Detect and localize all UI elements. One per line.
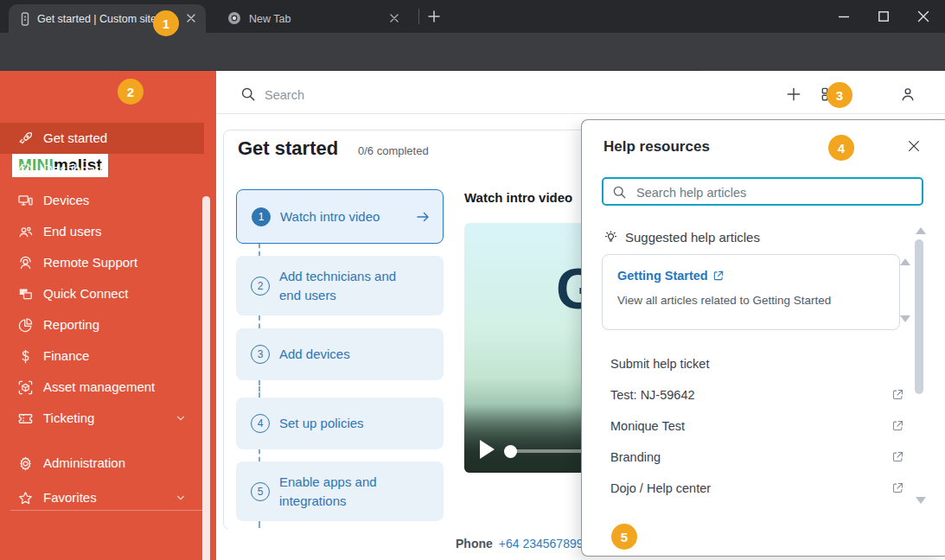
sidebar-item-devices[interactable]: Devices bbox=[0, 185, 204, 216]
sidebar-item-label: Dashboard bbox=[43, 162, 106, 176]
gear-icon bbox=[16, 455, 34, 472]
sidebar-item-finance[interactable]: Finance bbox=[0, 340, 204, 372]
help-link-test-ticket[interactable]: Test: NJ-59642 bbox=[610, 388, 904, 407]
phone-label: Phone bbox=[456, 537, 493, 550]
article-description: View all articles related to Getting Sta… bbox=[617, 294, 831, 307]
step-label: Set up policies bbox=[279, 414, 414, 433]
phone-link[interactable]: +64 234567899 bbox=[499, 537, 584, 550]
user-profile-icon[interactable] bbox=[899, 86, 916, 103]
sidebar-item-quick-connect[interactable]: Quick Connect bbox=[0, 278, 204, 309]
suggested-articles-heading: Suggested help articles bbox=[603, 229, 760, 245]
browser-tab-strip: Get started | Custom site New Tab bbox=[0, 0, 945, 33]
step-number: 3 bbox=[251, 345, 270, 364]
help-link-label: Submit help ticket bbox=[610, 357, 709, 371]
sidebar-item-favorites[interactable]: Favorites bbox=[0, 482, 204, 513]
sidebar-item-ticketing[interactable]: Ticketing bbox=[0, 403, 204, 434]
sidebar-item-label: Administration bbox=[43, 455, 125, 470]
page-title: Get started bbox=[238, 137, 338, 160]
step-connector bbox=[259, 449, 260, 461]
play-icon[interactable] bbox=[480, 440, 495, 459]
annotation-badge-5: 5 bbox=[611, 524, 637, 550]
video-heading: Watch intro video bbox=[464, 190, 572, 205]
windows-icon bbox=[16, 285, 34, 302]
help-link-monique-test[interactable]: Monique Test bbox=[610, 419, 904, 438]
sidebar-item-label: Quick Connect bbox=[43, 286, 128, 301]
submit-help-ticket-link[interactable]: Submit help ticket bbox=[610, 357, 904, 376]
step-number: 5 bbox=[251, 482, 270, 501]
help-link-label: Dojo / Help center bbox=[610, 481, 711, 495]
step-add-devices[interactable]: 3 Add devices bbox=[236, 328, 444, 380]
sidebar-item-get-started[interactable]: Get started bbox=[0, 123, 204, 154]
sidebar-item-administration[interactable]: Administration bbox=[0, 448, 204, 479]
sidebar-item-end-users[interactable]: End users bbox=[0, 216, 204, 247]
panel-scrollbar-thumb[interactable] bbox=[915, 239, 923, 394]
step-watch-intro-video[interactable]: 1 Watch intro video bbox=[236, 189, 444, 244]
suggested-articles-label: Suggested help articles bbox=[625, 230, 760, 245]
help-link-label: Monique Test bbox=[610, 419, 685, 433]
sidebar-item-remote-support[interactable]: Remote Support bbox=[0, 247, 204, 278]
devices-icon bbox=[16, 192, 34, 209]
step-set-up-policies[interactable]: 4 Set up policies bbox=[236, 398, 444, 449]
panel-scroll-up-icon[interactable] bbox=[916, 227, 926, 234]
help-link-branding[interactable]: Branding bbox=[610, 450, 904, 469]
panel-scroll-down-icon[interactable] bbox=[916, 497, 926, 504]
chromium-icon bbox=[227, 11, 241, 25]
external-link-icon bbox=[712, 270, 725, 282]
external-link-icon bbox=[891, 419, 904, 432]
sidebar-item-label: Devices bbox=[43, 193, 89, 207]
external-link-icon bbox=[891, 388, 904, 401]
help-panel-title: Help resources bbox=[603, 138, 710, 156]
users-icon bbox=[16, 223, 34, 240]
browser-toolbar: examplee1.branding-qa6.rmmservice.ninja/… bbox=[0, 33, 945, 71]
global-search-input[interactable] bbox=[263, 83, 595, 107]
gauge-icon bbox=[16, 161, 34, 178]
minimize-button[interactable] bbox=[837, 10, 851, 23]
external-link-icon bbox=[891, 450, 904, 463]
annotation-badge-3: 3 bbox=[827, 82, 852, 108]
help-link-label: Test: NJ-59642 bbox=[610, 388, 695, 402]
help-search-box[interactable] bbox=[602, 177, 923, 206]
custom-site-favicon bbox=[19, 12, 31, 26]
tab-separator bbox=[418, 9, 419, 24]
new-tab-button[interactable] bbox=[427, 10, 441, 23]
chevron-down-icon bbox=[175, 412, 187, 424]
sidebar-item-label: Favorites bbox=[43, 490, 97, 505]
step-number: 1 bbox=[252, 207, 271, 226]
step-number: 2 bbox=[251, 277, 270, 296]
annotation-badge-4: 4 bbox=[828, 135, 854, 161]
step-enable-apps[interactable]: 5 Enable apps and integrations bbox=[236, 461, 444, 521]
help-link-label: Branding bbox=[610, 450, 661, 464]
tab-close-icon[interactable] bbox=[389, 13, 399, 23]
chevron-down-icon bbox=[175, 492, 187, 504]
search-icon bbox=[239, 86, 256, 102]
sidebar-item-asset-management[interactable]: Asset management bbox=[0, 372, 204, 403]
sidebar-item-reporting[interactable]: Reporting bbox=[0, 309, 204, 340]
pie-chart-icon bbox=[16, 316, 34, 334]
lightbulb-icon bbox=[603, 229, 619, 245]
dollar-icon bbox=[16, 347, 34, 365]
ticket-icon bbox=[16, 410, 34, 427]
step-add-technicians[interactable]: 2 Add technicians and end users bbox=[236, 256, 444, 315]
step-connector bbox=[259, 380, 260, 398]
tab-new-tab[interactable]: New Tab bbox=[216, 4, 412, 33]
sidebar-scrollbar-thumb[interactable] bbox=[202, 196, 210, 560]
tab-close-icon[interactable] bbox=[186, 13, 196, 23]
step-connector bbox=[259, 521, 260, 528]
step-label: Add technicians and end users bbox=[279, 267, 414, 305]
help-search-input[interactable] bbox=[635, 181, 915, 203]
window-close-button[interactable] bbox=[916, 10, 930, 23]
card-scroll-down-icon[interactable] bbox=[900, 315, 910, 322]
video-progress-handle[interactable] bbox=[504, 445, 517, 458]
sidebar: MINImalist Get started Dashboard Devices… bbox=[0, 71, 216, 560]
close-icon[interactable] bbox=[907, 139, 921, 153]
help-link-dojo-help-center[interactable]: Dojo / Help center bbox=[610, 481, 904, 500]
sidebar-item-dashboard[interactable]: Dashboard bbox=[0, 154, 204, 185]
add-plus-icon[interactable] bbox=[785, 86, 802, 103]
help-panel: Help resources Suggested help articles G… bbox=[581, 119, 945, 557]
external-link-icon bbox=[891, 481, 904, 494]
getting-started-link[interactable]: Getting Started bbox=[617, 269, 725, 283]
star-icon bbox=[16, 489, 34, 506]
card-scroll-up-icon[interactable] bbox=[900, 258, 910, 265]
cube-icon bbox=[16, 379, 34, 396]
maximize-button[interactable] bbox=[877, 10, 891, 23]
